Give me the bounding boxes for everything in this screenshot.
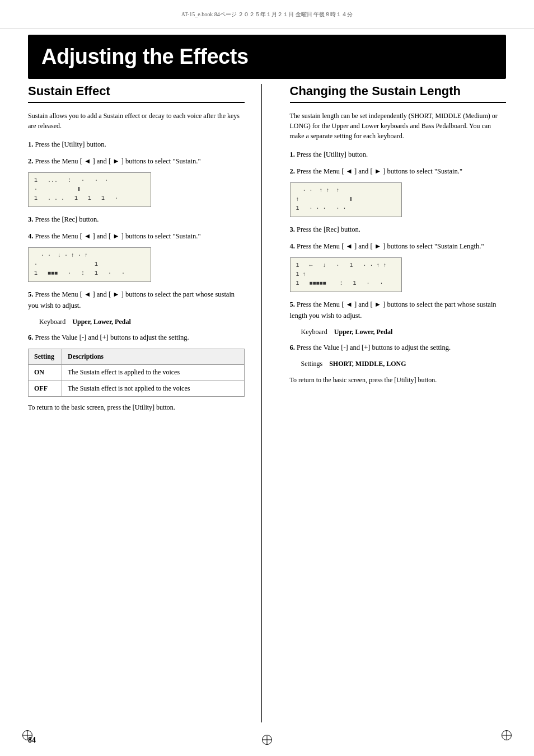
step-4-num: 4.	[28, 232, 33, 240]
right-step-5: 5. Press the Menu [ ◄ ] and [ ► ] button…	[290, 299, 507, 321]
table-header-description: Descriptions	[62, 349, 245, 365]
right-step-5-num: 5.	[290, 300, 295, 308]
sustain-length-intro: The sustain length can be set independen…	[290, 111, 507, 141]
right-step-2-text: Press the Menu [ ◄ ] and [ ► ] buttons t…	[297, 167, 462, 175]
sustain-effect-steps: 1. Press the [Utility] button. 2. Press …	[28, 139, 245, 412]
lcd1-line2: 1 . . . 1 1 1 ·	[34, 194, 145, 203]
settings-inline-value: SHORT, MIDDLE, LONG	[329, 360, 406, 368]
step-1-text: Press the [Utility] button.	[35, 140, 106, 148]
return-text-right: To return to the basic screen, press the…	[290, 375, 507, 385]
step-5-num: 5.	[28, 290, 33, 298]
right-keyboard-value: Upper, Lower, Pedal	[334, 328, 392, 336]
right-keyboard-line: Keyboard Upper, Lower, Pedal	[301, 327, 507, 337]
step-3-text: Press the [Rec] button.	[35, 215, 99, 223]
lcd-right2-line2: 1 ■■■■■ : 1 · ·	[296, 279, 396, 288]
lcd-display-right-1: · · ↑ ↑ ↑ ↑ Ⅱ 1 · · · · ·	[290, 182, 402, 217]
step-1: 1. Press the [Utility] button.	[28, 139, 245, 150]
table-header-setting: Setting	[29, 349, 62, 365]
page-title: Adjusting the Effects	[41, 45, 493, 69]
settings-inline-label: Settings	[301, 360, 328, 368]
settings-inline: Settings SHORT, MIDDLE, LONG	[301, 359, 507, 369]
right-step-4: 4. Press the Menu [ ◄ ] and [ ► ] button…	[290, 241, 507, 252]
step-1-num: 1.	[28, 140, 33, 148]
main-content: Sustain Effect Sustain allows you to add…	[28, 84, 506, 722]
keyboard-label: Keyboard	[39, 318, 71, 326]
sustain-effect-section: Sustain Effect Sustain allows you to add…	[28, 84, 262, 722]
sustain-length-title: Changing the Sustain Length	[290, 84, 507, 103]
step-3: 3. Press the [Rec] button.	[28, 214, 245, 225]
right-step-3-num: 3.	[290, 226, 295, 233]
sustain-effect-intro: Sustain allows you to add a Sustain effe…	[28, 111, 245, 131]
keyboard-line: Keyboard Upper, Lower, Pedal	[39, 317, 245, 327]
right-step-3: 3. Press the [Rec] button.	[290, 224, 507, 235]
right-step-1-num: 1.	[290, 151, 295, 158]
lcd-display-2: · · ↓ · ↑ · ↑ · 1 1 ■■■ · : 1 · ·	[28, 247, 151, 282]
step-4-text: Press the Menu [ ◄ ] and [ ► ] buttons t…	[35, 232, 201, 240]
step-2: 2. Press the Menu [ ◄ ] and [ ► ] button…	[28, 156, 245, 167]
table-cell-desc-off: The Sustain effect is not applied to the…	[62, 381, 245, 396]
right-step-2: 2. Press the Menu [ ◄ ] and [ ► ] button…	[290, 166, 507, 177]
page-header: AT-15_e.book 84ページ ２０２５年１月２１日 金曜日 午後８時１４…	[0, 0, 534, 29]
lcd-right1-line1: · · ↑ ↑ ↑ ↑ Ⅱ	[296, 186, 396, 204]
right-step-4-text: Press the Menu [ ◄ ] and [ ► ] buttons t…	[297, 242, 484, 250]
right-step-6: 6. Press the Value [-] and [+] buttons t…	[290, 342, 507, 353]
sustain-length-section: Changing the Sustain Length The sustain …	[284, 84, 507, 722]
sustain-effect-title: Sustain Effect	[28, 84, 245, 103]
table-row: OFF The Sustain effect is not applied to…	[29, 381, 245, 396]
right-step-1-text: Press the [Utility] button.	[297, 151, 368, 158]
settings-table: Setting Descriptions ON The Sustain effe…	[28, 349, 245, 397]
table-row: ON The Sustain effect is applied to the …	[29, 365, 245, 381]
step-2-num: 2.	[28, 157, 33, 165]
right-step-4-num: 4.	[290, 242, 295, 250]
right-step-3-text: Press the [Rec] button.	[297, 226, 360, 233]
lcd-display-1: 1 ... : · · · · Ⅱ 1 . . . 1 1 1 ·	[28, 172, 151, 207]
right-step-1: 1. Press the [Utility] button.	[290, 149, 507, 160]
lcd-display-right-2: 1 ← ↓ · 1 · · ↑ ↑ 1 ↑ 1 ■■■■■ : 1 · ·	[290, 257, 402, 292]
step-6: 6. Press the Value [-] and [+] buttons t…	[28, 332, 245, 343]
return-text-left: To return to the basic screen, press the…	[28, 402, 245, 412]
lcd2-line2: 1 ■■■ · : 1 · ·	[34, 269, 145, 278]
keyboard-value: Upper, Lower, Pedal	[72, 318, 130, 326]
right-step-5-text: Press the Menu [ ◄ ] and [ ► ] buttons t…	[290, 300, 496, 320]
table-cell-desc-on: The Sustain effect is applied to the voi…	[62, 365, 245, 381]
title-banner: Adjusting the Effects	[28, 35, 506, 79]
step-3-num: 3.	[28, 215, 33, 223]
step-4: 4. Press the Menu [ ◄ ] and [ ► ] button…	[28, 231, 245, 242]
step-6-num: 6.	[28, 334, 33, 341]
right-step-2-num: 2.	[290, 167, 295, 175]
page-footer: 84	[28, 736, 36, 745]
header-text: AT-15_e.book 84ページ ２０２５年１月２１日 金曜日 午後８時１４…	[34, 11, 500, 18]
lcd-right1-line2: 1 · · · · ·	[296, 204, 396, 213]
lcd-right2-line1: 1 ← ↓ · 1 · · ↑ ↑ 1 ↑	[296, 261, 396, 279]
step-5: 5. Press the Menu [ ◄ ] and [ ► ] button…	[28, 289, 245, 311]
sustain-length-steps: 1. Press the [Utility] button. 2. Press …	[290, 149, 507, 385]
table-cell-setting-on: ON	[29, 365, 62, 381]
corner-crosshair-br	[502, 730, 512, 740]
step-5-text: Press the Menu [ ◄ ] and [ ► ] buttons t…	[28, 290, 235, 309]
right-keyboard-label: Keyboard	[301, 328, 332, 336]
step-6-text: Press the Value [-] and [+] buttons to a…	[35, 334, 189, 341]
bottom-center-crosshair	[262, 735, 272, 745]
right-step-6-text: Press the Value [-] and [+] buttons to a…	[297, 344, 451, 351]
lcd2-line1: · · ↓ · ↑ · ↑ · 1	[34, 251, 145, 269]
page-number: 84	[28, 736, 36, 744]
lcd1-line1: 1 ... : · · · · Ⅱ	[34, 176, 145, 194]
right-step-6-num: 6.	[290, 344, 295, 351]
table-cell-setting-off: OFF	[29, 381, 62, 396]
step-2-text: Press the Menu [ ◄ ] and [ ► ] buttons t…	[35, 157, 201, 165]
